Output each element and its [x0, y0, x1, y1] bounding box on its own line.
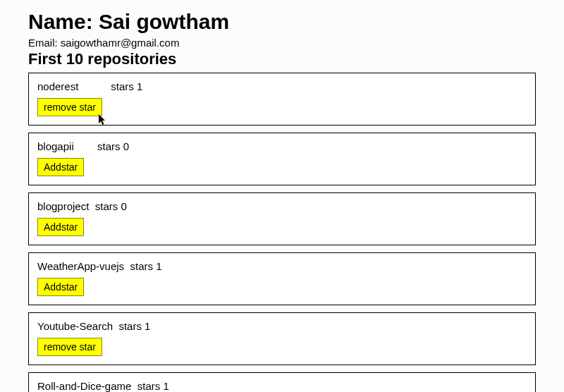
stars-label: stars	[130, 260, 153, 272]
name-prefix: Name:	[28, 10, 99, 33]
email-value: saigowthamr@gmail.com	[61, 37, 180, 49]
remove-star-button[interactable]: remove star	[37, 98, 102, 116]
add-star-button[interactable]: Addstar	[37, 158, 84, 176]
repo-card: WeatherApp-vuejs stars 1Addstar	[28, 252, 536, 305]
repo-name: blogproject	[37, 200, 89, 212]
repo-name: Youtube-Search	[37, 320, 113, 332]
repo-gap	[78, 80, 111, 92]
repo-name: blogapii	[37, 140, 74, 152]
name-value: Sai gowtham	[99, 10, 229, 33]
stars-label: stars	[137, 380, 161, 392]
stars-label: stars	[95, 200, 118, 212]
repo-info-line: Youtube-Search stars 1	[37, 320, 527, 332]
repo-info-line: WeatherApp-vuejs stars 1	[37, 260, 527, 272]
repo-name: WeatherApp-vuejs	[37, 260, 124, 272]
add-star-button[interactable]: Addstar	[37, 278, 84, 296]
stars-count: 0	[121, 200, 126, 212]
email-prefix: Email:	[28, 37, 61, 49]
stars-label: stars	[118, 320, 142, 332]
repo-info-line: Roll-and-Dice-game stars 1	[37, 380, 527, 392]
repo-info-line: noderest stars 1	[37, 80, 527, 92]
name-heading: Name: Sai gowtham	[28, 10, 536, 34]
repo-gap	[89, 200, 94, 212]
remove-star-button[interactable]: remove star	[37, 338, 102, 356]
repo-name: Roll-and-Dice-game	[37, 380, 131, 392]
stars-count: 1	[156, 260, 161, 272]
repo-card: blogapii stars 0Addstar	[28, 133, 536, 185]
stars-count: 1	[145, 320, 150, 332]
stars-count: 1	[163, 380, 168, 392]
email-line: Email: saigowthamr@gmail.com	[28, 37, 536, 49]
repo-name: noderest	[37, 80, 78, 92]
stars-label: stars	[97, 140, 121, 152]
repo-gap	[74, 140, 97, 152]
repos-container: noderest stars 1remove starblogapii star…	[28, 73, 536, 392]
add-star-button[interactable]: Addstar	[37, 218, 84, 236]
repo-info-line: blogapii stars 0	[37, 140, 527, 152]
repo-card: Youtube-Search stars 1remove star	[28, 312, 536, 365]
stars-count: 1	[137, 80, 142, 92]
repo-card: noderest stars 1remove star	[28, 73, 536, 125]
repo-info-line: blogproject stars 0	[37, 200, 527, 212]
repos-heading: First 10 repositories	[28, 50, 536, 68]
stars-count: 0	[123, 140, 129, 152]
repo-card: blogproject stars 0Addstar	[28, 192, 536, 245]
stars-label: stars	[111, 80, 134, 92]
repo-gap	[131, 380, 137, 392]
repo-card: Roll-and-Dice-game stars 1remove star	[28, 372, 536, 392]
